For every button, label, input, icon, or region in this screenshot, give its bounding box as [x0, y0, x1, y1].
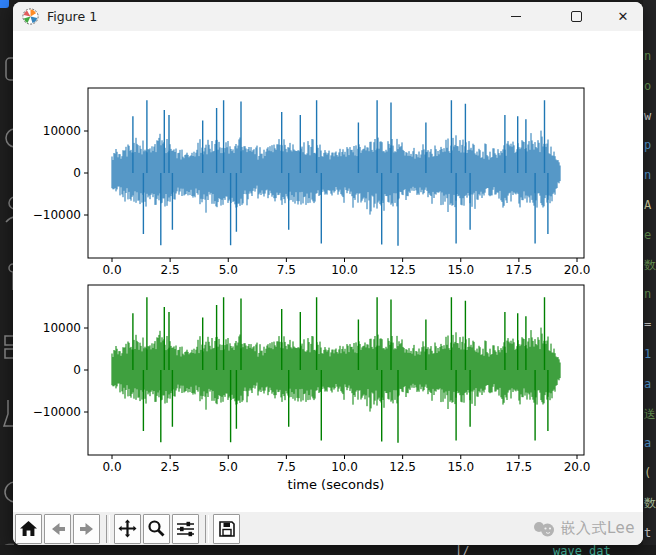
y-tick-label: 10000 [43, 321, 81, 335]
close-icon: ✕ [618, 9, 629, 24]
x-tick-label: 10.0 [331, 460, 358, 474]
zoom-button[interactable] [143, 514, 170, 544]
toolbar-separator [106, 515, 110, 543]
background-activity-bar [0, 0, 14, 555]
waveform-bottom [112, 328, 560, 412]
y-tick-label: −10000 [33, 208, 81, 222]
x-tick-label: 0.0 [102, 263, 121, 277]
x-tick-label: 2.5 [161, 263, 180, 277]
x-tick-label: 10.0 [331, 263, 358, 277]
code-fragment: t [644, 527, 651, 539]
sliders-icon [176, 520, 195, 538]
x-tick-label: 7.5 [277, 263, 296, 277]
x-tick-label: 15.0 [447, 460, 474, 474]
desktop: nowpnAe数n=1a送a(数t |/ wave_dat Figure 1 ✕… [0, 0, 656, 555]
code-fragment: e [644, 229, 651, 241]
toolbar-separator [205, 515, 209, 543]
configure-subplots-button[interactable] [172, 514, 199, 544]
x-tick-label: 7.5 [277, 460, 296, 474]
pan-icon [118, 519, 137, 538]
close-button[interactable]: ✕ [603, 2, 643, 31]
waveform-top [112, 131, 560, 215]
code-fragment: p [644, 139, 651, 151]
code-fragment: = [644, 318, 651, 330]
code-fragment: n [644, 50, 651, 62]
figure-canvas-area: 0.02.55.07.510.012.515.017.520.0100000−1… [13, 31, 643, 512]
code-fragment: w [644, 110, 651, 122]
watermark-text: 嵌入式Lee [560, 519, 635, 538]
x-tick-label: 12.5 [389, 460, 416, 474]
home-button[interactable] [15, 514, 42, 544]
background-code-line: |/ wave_dat [0, 545, 656, 555]
code-fragment: ( [644, 467, 651, 479]
matplotlib-toolbar: 嵌入式Lee [13, 512, 643, 545]
x-axis-label: time (seconds) [288, 477, 385, 492]
figure-canvas[interactable]: 0.02.55.07.510.012.515.017.520.0100000−1… [13, 31, 643, 512]
code-fragment: n [644, 169, 651, 181]
background-code-column: nowpnAe数n=1a送a(数t [643, 0, 656, 555]
code-fragment: 数 [644, 497, 656, 509]
x-tick-label: 5.0 [219, 263, 238, 277]
y-tick-label: 10000 [43, 124, 81, 138]
code-fragment: o [644, 80, 651, 92]
x-tick-label: 17.5 [506, 263, 533, 277]
x-tick-label: 17.5 [506, 460, 533, 474]
home-icon [19, 520, 38, 538]
magnifier-icon [147, 519, 166, 538]
x-tick-label: 20.0 [564, 263, 591, 277]
figure-window: Figure 1 ✕ 0.02.55.07.510.012.515.017.52… [13, 2, 643, 545]
window-title: Figure 1 [47, 9, 97, 24]
pan-button[interactable] [114, 514, 141, 544]
floppy-disk-icon [218, 520, 236, 538]
code-fragment: 数 [644, 259, 656, 271]
y-tick-label: 0 [73, 363, 81, 377]
code-fragment: a [644, 437, 651, 449]
back-arrow-icon [49, 520, 67, 538]
save-button[interactable] [213, 514, 240, 544]
code-fragment: wave_dat [553, 545, 611, 555]
watermark: 嵌入式Lee [533, 512, 635, 545]
x-tick-label: 12.5 [389, 263, 416, 277]
code-fragment: A [644, 199, 651, 211]
x-tick-label: 0.0 [102, 460, 121, 474]
title-bar[interactable]: Figure 1 ✕ [13, 2, 643, 31]
forward-arrow-icon [78, 520, 96, 538]
back-button[interactable] [44, 514, 71, 544]
maximize-button[interactable] [556, 2, 596, 31]
x-tick-label: 15.0 [447, 263, 474, 277]
x-tick-label: 2.5 [161, 460, 180, 474]
minimize-icon [511, 16, 521, 17]
maximize-icon [571, 11, 582, 22]
background-partial-icons [0, 0, 14, 555]
minimize-button[interactable] [496, 2, 536, 31]
code-fragment: n [644, 288, 651, 300]
matplotlib-logo-icon [22, 8, 39, 25]
code-fragment: a [644, 378, 651, 390]
y-tick-label: 0 [73, 166, 81, 180]
forward-button[interactable] [73, 514, 100, 544]
wechat-mascot-icon [533, 520, 555, 538]
y-tick-label: −10000 [33, 405, 81, 419]
code-fragment: 1 [644, 348, 651, 360]
x-tick-label: 5.0 [219, 460, 238, 474]
code-fragment: 送 [644, 408, 656, 420]
x-tick-label: 20.0 [564, 460, 591, 474]
code-fragment: |/ [455, 545, 469, 555]
